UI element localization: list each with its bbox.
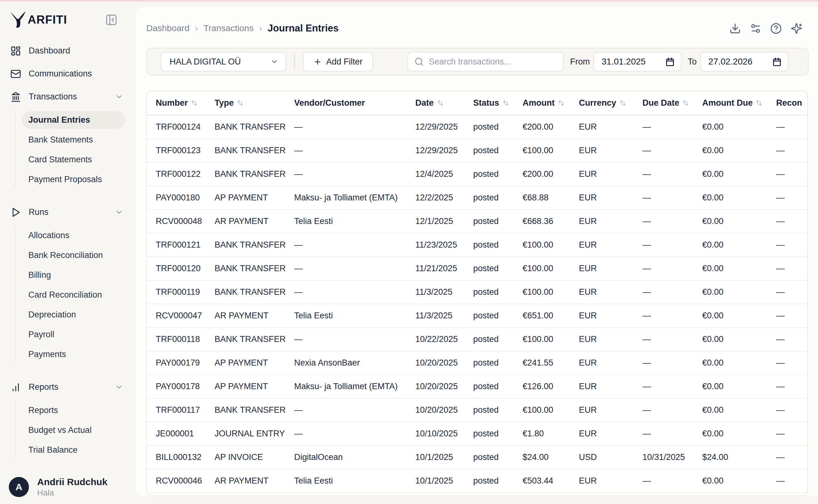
collapse-sidebar-icon[interactable] bbox=[105, 14, 118, 26]
column-header-type[interactable]: Type bbox=[215, 98, 294, 108]
sidebar-item-reports-page[interactable]: Reports bbox=[0, 400, 136, 420]
sort-icon bbox=[619, 99, 627, 107]
cell-type: AP PAYMENT bbox=[215, 193, 294, 203]
cell-amount: €651.00 bbox=[523, 311, 579, 321]
search-input[interactable] bbox=[428, 57, 557, 67]
download-icon[interactable] bbox=[729, 23, 741, 34]
table-row[interactable]: TRF000122BANK TRANSFER—12/4/2025posted€2… bbox=[147, 163, 807, 186]
table-row[interactable]: PAY000178AP PAYMENTMaksu- ja Tolliamet (… bbox=[147, 375, 807, 399]
app-logo[interactable]: ARFITI bbox=[9, 10, 67, 29]
sidebar-item-payroll[interactable]: Payroll bbox=[0, 325, 136, 344]
reports-sublist: Reports Budget vs Actual Trial Balance bbox=[0, 399, 136, 471]
add-filter-label: Add Filter bbox=[326, 57, 363, 67]
column-header-due-date[interactable]: Due Date bbox=[642, 98, 702, 108]
cell-amount_due: €0.00 bbox=[702, 287, 776, 297]
cell-status: posted bbox=[473, 287, 523, 297]
sort-icon bbox=[436, 99, 444, 107]
table-row[interactable]: RCV000047AR PAYMENTTelia Eesti11/3/2025p… bbox=[147, 304, 807, 328]
table-row[interactable]: TRF000116BANK TRANSFER—9/22/2025posted€1… bbox=[147, 493, 807, 496]
column-header-number[interactable]: Number bbox=[156, 98, 215, 108]
table-row[interactable]: PAY000179AP PAYMENTNexia AnsonBaer10/20/… bbox=[147, 351, 807, 375]
date-to-input[interactable]: 27.02.2026 bbox=[700, 52, 788, 71]
sidebar-item-dashboard[interactable]: Dashboard bbox=[0, 39, 136, 62]
logo-bird-icon bbox=[9, 10, 27, 29]
cell-type: BANK TRANSFER bbox=[215, 122, 294, 132]
cell-date: 10/20/2025 bbox=[415, 358, 473, 368]
sidebar-item-depreciation[interactable]: Depreciation bbox=[0, 305, 136, 325]
column-header-status[interactable]: Status bbox=[473, 98, 523, 108]
table-row[interactable]: TRF000118BANK TRANSFER—10/22/2025posted€… bbox=[147, 328, 807, 351]
cell-status: posted bbox=[473, 264, 523, 273]
table-row[interactable]: TRF000117BANK TRANSFER—10/20/2025posted€… bbox=[147, 399, 807, 422]
user-profile[interactable]: A Andrii Rudchuk Hala bbox=[0, 476, 136, 498]
sidebar-item-transactions[interactable]: Transactions bbox=[0, 85, 136, 108]
cell-status: posted bbox=[473, 452, 523, 462]
sidebar-item-payments[interactable]: Payments bbox=[0, 344, 136, 364]
company-select[interactable]: HALA DIGITAL OÜ bbox=[161, 52, 286, 71]
column-header-recon: Recon bbox=[776, 98, 808, 108]
column-header-currency[interactable]: Currency bbox=[579, 98, 642, 108]
sidebar-item-card-statements[interactable]: Card Statements bbox=[0, 150, 136, 170]
cell-number: TRF000123 bbox=[156, 146, 215, 155]
sidebar-item-communications[interactable]: Communications bbox=[0, 62, 136, 85]
sort-icon bbox=[502, 99, 510, 107]
cell-recon: — bbox=[776, 429, 808, 439]
table-row[interactable]: PAY000180AP PAYMENTMaksu- ja Tolliamet (… bbox=[147, 186, 807, 210]
sidebar-item-trial-balance[interactable]: Trial Balance bbox=[0, 440, 136, 460]
cell-currency: EUR bbox=[579, 311, 642, 321]
table-row[interactable]: TRF000119BANK TRANSFER—11/3/2025posted€1… bbox=[147, 281, 807, 304]
column-header-amount-due[interactable]: Amount Due bbox=[702, 98, 776, 108]
table-row[interactable]: BILL000132AP INVOICEDigitalOcean10/1/202… bbox=[147, 446, 807, 469]
sidebar-item-runs[interactable]: Runs bbox=[0, 201, 136, 224]
breadcrumb-transactions[interactable]: Transactions bbox=[204, 23, 254, 33]
cell-recon: — bbox=[776, 169, 808, 179]
cell-date: 12/1/2025 bbox=[415, 216, 473, 226]
sidebar-item-bank-statements[interactable]: Bank Statements bbox=[0, 130, 136, 150]
divider bbox=[294, 54, 295, 69]
cell-vendor: — bbox=[294, 334, 415, 344]
sidebar-item-budget-vs-actual[interactable]: Budget vs Actual bbox=[0, 420, 136, 440]
table-row[interactable]: TRF000121BANK TRANSFER—11/23/2025posted€… bbox=[147, 233, 807, 257]
table-row[interactable]: TRF000124BANK TRANSFER—12/29/2025posted€… bbox=[147, 115, 807, 139]
date-from-input[interactable]: 31.01.2025 bbox=[593, 52, 681, 71]
sidebar-item-journal-entries[interactable]: Journal Entries bbox=[21, 111, 125, 129]
to-label: To bbox=[688, 57, 697, 67]
column-header-date[interactable]: Date bbox=[415, 98, 473, 108]
table-row[interactable]: TRF000120BANK TRANSFER—11/21/2025posted€… bbox=[147, 257, 807, 281]
cell-status: posted bbox=[473, 169, 523, 179]
sidebar-item-payment-proposals[interactable]: Payment Proposals bbox=[0, 170, 136, 189]
sidebar-item-allocations[interactable]: Allocations bbox=[0, 226, 136, 245]
cell-date: 10/20/2025 bbox=[415, 382, 473, 391]
table-row[interactable]: TRF000123BANK TRANSFER—12/29/2025posted€… bbox=[147, 139, 807, 163]
sidebar-item-card-reconciliation[interactable]: Card Reconciliation bbox=[0, 285, 136, 305]
avatar: A bbox=[9, 477, 29, 497]
sort-icon bbox=[236, 99, 244, 107]
table-row[interactable]: RCV000046AR PAYMENTTelia Eesti10/1/2025p… bbox=[147, 469, 807, 493]
cell-number: TRF000121 bbox=[156, 240, 215, 250]
sidebar-item-billing[interactable]: Billing bbox=[0, 265, 136, 285]
chevron-down-icon bbox=[115, 383, 123, 391]
add-filter-button[interactable]: Add Filter bbox=[303, 52, 373, 71]
cell-amount_due: €0.00 bbox=[702, 216, 776, 226]
breadcrumb-dashboard[interactable]: Dashboard bbox=[146, 23, 189, 33]
cell-amount_due: €0.00 bbox=[702, 429, 776, 439]
help-icon[interactable] bbox=[770, 23, 782, 34]
cell-status: posted bbox=[473, 146, 523, 155]
column-header-amount[interactable]: Amount bbox=[523, 98, 579, 108]
table-row[interactable]: JE000001JOURNAL ENTRY—10/10/2025posted€1… bbox=[147, 422, 807, 446]
cell-amount_due: €0.00 bbox=[702, 334, 776, 344]
cell-recon: — bbox=[776, 240, 808, 250]
cell-recon: — bbox=[776, 264, 808, 273]
sidebar-item-reports[interactable]: Reports bbox=[0, 376, 136, 399]
sliders-icon[interactable] bbox=[750, 23, 761, 34]
bar-chart-icon bbox=[10, 382, 21, 393]
top-accent-bar bbox=[0, 0, 818, 2]
sparkles-icon[interactable] bbox=[791, 23, 802, 34]
sidebar-item-bank-reconciliation[interactable]: Bank Reconciliation bbox=[0, 245, 136, 265]
cell-vendor: — bbox=[294, 287, 415, 297]
cell-recon: — bbox=[776, 358, 808, 368]
table-row[interactable]: RCV000048AR PAYMENTTelia Eesti12/1/2025p… bbox=[147, 210, 807, 233]
sidebar-item-label: Transactions bbox=[29, 92, 77, 102]
cell-due_date: 10/31/2025 bbox=[642, 452, 702, 462]
search-box bbox=[407, 52, 564, 71]
